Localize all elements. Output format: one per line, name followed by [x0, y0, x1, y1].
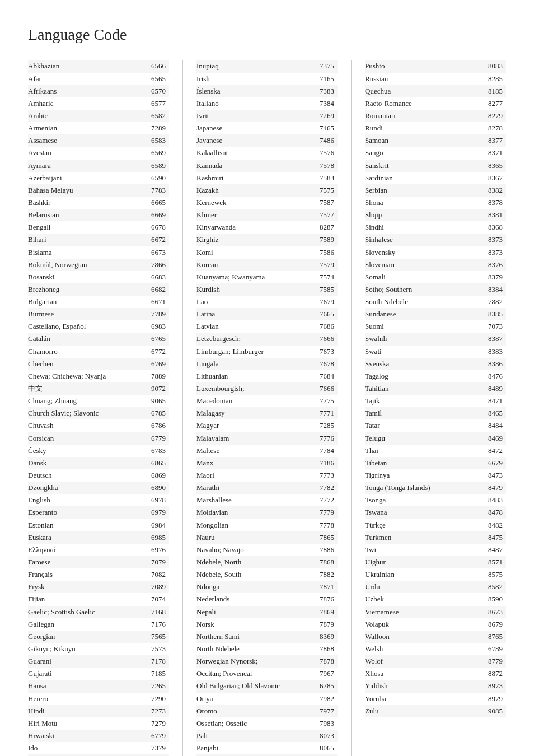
language-code: 7773: [314, 470, 334, 481]
language-name: Aymara: [28, 160, 146, 171]
language-name: Ndebele, North: [196, 557, 314, 568]
list-item: Tonga (Tonga Islands)8479: [365, 482, 506, 494]
list-item: Estonian6984: [28, 519, 169, 531]
list-item: Tswana8478: [365, 506, 506, 519]
list-item: Moldavian7779: [196, 506, 338, 519]
language-code: 7775: [314, 395, 334, 407]
list-item: Bulgarian6671: [28, 296, 169, 308]
language-name: Lithuanian: [196, 371, 314, 382]
language-code: 7665: [314, 309, 334, 320]
language-code: 7977: [314, 706, 334, 717]
language-name: Chuvash: [28, 420, 146, 431]
list-item: Ελληνικά6976: [28, 544, 169, 556]
language-name: Inupiaq: [196, 60, 314, 72]
list-item: Belarusian6669: [28, 209, 169, 221]
language-code: 8475: [483, 532, 503, 543]
language-code: 7673: [314, 346, 334, 357]
list-item: Pushto8083: [365, 60, 506, 72]
language-name: Kashmiri: [196, 172, 314, 184]
language-name: Maori: [196, 470, 314, 481]
language-code: 6890: [146, 482, 166, 493]
list-item: Kernewek7587: [196, 197, 338, 209]
list-item: Tigrinya8473: [365, 469, 506, 482]
language-name: South Ndebele: [365, 296, 483, 307]
language-code: 6570: [146, 86, 166, 97]
language-name: Abkhazian: [28, 60, 146, 72]
language-name: Javanese: [196, 135, 314, 146]
list-item: Tsonga8483: [365, 494, 506, 506]
list-item: Chechen6769: [28, 358, 169, 370]
language-name: Volapuk: [365, 619, 483, 630]
language-code: 7290: [146, 693, 166, 704]
list-item: Bengali6678: [28, 221, 169, 234]
list-item: Abkhazian6566: [28, 60, 169, 72]
language-name: Xhosa: [365, 668, 483, 679]
language-code: 6765: [146, 333, 166, 344]
language-name: Ελληνικά: [28, 544, 146, 556]
language-code: 7289: [146, 123, 166, 134]
language-code: 9065: [146, 395, 166, 407]
list-item: Yiddish8973: [365, 680, 506, 692]
language-name: Maltese: [196, 445, 314, 456]
language-name: Malagasy: [196, 408, 314, 419]
language-code: 7082: [146, 569, 166, 580]
language-code: 7778: [314, 520, 334, 531]
language-code: 7889: [146, 371, 166, 382]
list-item: Navaho; Navajo7886: [196, 544, 338, 556]
list-item: Chamorro6772: [28, 346, 169, 358]
list-item: Norwegian Nynorsk;7878: [196, 655, 338, 668]
list-item: Marshallese7772: [196, 494, 338, 506]
list-item: Slovensky8373: [365, 246, 506, 259]
language-name: Tajik: [365, 395, 483, 407]
language-name: Italiano: [196, 98, 314, 109]
list-item: Twi8487: [365, 544, 506, 556]
language-code: 6779: [146, 730, 166, 741]
list-item: Gallegan7176: [28, 618, 169, 631]
list-item: Česky6783: [28, 445, 169, 457]
language-code: 8185: [483, 86, 503, 97]
list-item: Hiri Motu7279: [28, 717, 169, 730]
language-name: Azerbaijani: [28, 172, 146, 184]
language-name: Serbian: [365, 185, 483, 196]
list-item: Limburgan; Limburger7673: [196, 346, 338, 358]
language-name: Komi: [196, 247, 314, 258]
language-name: 中文: [28, 383, 146, 394]
language-code: 7878: [314, 656, 334, 667]
language-name: Slovensky: [365, 247, 483, 258]
language-code: 6590: [146, 172, 166, 184]
list-item: Kuanyama; Kwanyama7574: [196, 271, 338, 283]
list-item: Tahitian8489: [365, 382, 506, 395]
language-code: 6673: [146, 247, 166, 258]
list-item: Hindi7273: [28, 705, 169, 717]
list-item: Panjabi8065: [196, 742, 338, 754]
language-name: Samoan: [365, 135, 483, 146]
language-name: Old Bulgarian; Old Slavonic: [196, 680, 314, 692]
language-code: 6786: [146, 420, 166, 431]
list-item: Castellano, Español6983: [28, 320, 169, 333]
list-item: Magyar7285: [196, 419, 338, 432]
language-code: 8483: [483, 494, 503, 506]
language-name: Turkmen: [365, 532, 483, 543]
language-code: 7686: [314, 321, 334, 332]
language-code: 8083: [483, 60, 503, 72]
column-2: Inupiaq7375Irish7165Íslenska7383Italiano…: [196, 60, 338, 756]
language-code: 6779: [146, 433, 166, 444]
list-item: Shqip8381: [365, 209, 506, 221]
language-code: 7565: [146, 631, 166, 642]
language-code: 8279: [483, 110, 503, 122]
list-item: Avestan6569: [28, 147, 169, 159]
language-name: Sardinian: [365, 172, 483, 184]
list-item: Quechua8185: [365, 85, 506, 97]
language-name: Gaelic; Scottish Gaelic: [28, 606, 146, 618]
language-name: Ido: [28, 743, 146, 754]
language-code: 7776: [314, 433, 334, 444]
list-item: Frysk7089: [28, 581, 169, 593]
list-item: Georgian7565: [28, 631, 169, 643]
list-item: Ivrit7269: [196, 110, 338, 122]
language-code: 7576: [314, 147, 334, 158]
list-item: Tajik8471: [365, 395, 506, 407]
language-name: Sinhalese: [365, 234, 483, 245]
list-item: Pali8073: [196, 730, 338, 742]
language-code: 7865: [314, 532, 334, 543]
list-item: Javanese7486: [196, 134, 338, 147]
